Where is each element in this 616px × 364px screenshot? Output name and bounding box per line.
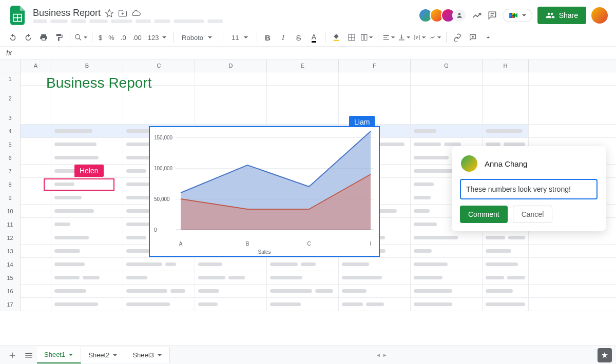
cell[interactable] [483,72,529,85]
cell[interactable] [195,72,267,85]
cell[interactable] [51,151,123,164]
column-header[interactable]: A [21,59,51,72]
decrease-decimal-button[interactable]: .0 [119,34,128,42]
fill-color-button[interactable] [330,31,343,44]
cell[interactable] [339,271,411,284]
cell[interactable] [411,125,483,137]
sheet-tab[interactable]: Sheet2 [81,347,125,363]
cell[interactable] [267,285,339,297]
number-format-button[interactable]: 123 [146,34,169,42]
cell[interactable] [483,258,529,271]
comment-input[interactable] [460,179,598,199]
cell[interactable] [51,218,123,231]
cell[interactable] [267,111,339,124]
cell[interactable] [411,258,483,271]
insert-link-button[interactable] [451,31,464,44]
column-header[interactable]: B [51,59,123,72]
collapse-toolbar-button[interactable] [482,31,495,44]
share-button[interactable]: Share [537,7,586,24]
strikethrough-button[interactable]: S [292,31,305,44]
font-select[interactable]: Roboto [178,34,219,42]
cell[interactable] [267,271,339,284]
row-header[interactable]: 11 [0,218,21,231]
cell[interactable] [51,138,123,151]
row-header[interactable]: 10 [0,205,21,218]
explore-button[interactable] [598,348,612,362]
font-size-select[interactable]: 11 [227,34,252,42]
row-header[interactable]: 9 [0,191,21,205]
embedded-chart[interactable]: 150,000 100,000 50,000 0 A B C I Sales [149,126,380,257]
cell[interactable] [411,245,483,257]
undo-button[interactable] [6,31,20,44]
move-folder-icon[interactable] [118,9,127,18]
meet-button[interactable] [503,9,532,22]
cell[interactable] [21,245,51,257]
text-wrap-button[interactable] [413,31,427,44]
cell[interactable] [483,245,529,257]
row-header[interactable]: 12 [0,231,21,245]
cell[interactable] [21,205,51,217]
horizontal-align-button[interactable] [382,31,396,44]
row-header[interactable]: 3 [0,111,21,125]
column-header[interactable]: G [411,59,483,72]
cell[interactable] [483,111,529,124]
cell[interactable] [21,218,51,231]
row-header[interactable]: 1 [0,72,21,86]
cell[interactable] [411,271,483,284]
text-color-button[interactable]: A [307,31,321,44]
row-header[interactable]: 2 [0,86,21,111]
cell[interactable] [51,111,123,124]
anonymous-avatar[interactable] [452,8,467,23]
column-header[interactable]: H [483,59,529,72]
cell[interactable] [123,258,195,271]
insert-comment-button[interactable] [466,31,479,44]
cell[interactable] [21,285,51,297]
vertical-align-button[interactable] [398,31,411,44]
profile-avatar[interactable] [591,7,608,24]
cloud-saved-icon[interactable] [131,9,141,18]
menu-bar[interactable] [33,19,415,23]
row-header[interactable]: 16 [0,285,21,298]
cell[interactable] [51,258,123,271]
cell[interactable] [411,86,483,111]
cell[interactable] [483,298,529,311]
redo-button[interactable] [22,31,35,44]
cell[interactable] [21,125,51,137]
print-button[interactable] [37,31,50,44]
cell[interactable] [195,258,267,271]
cell[interactable] [195,111,267,124]
row-header[interactable]: 17 [0,298,21,311]
cell[interactable] [21,165,51,177]
bold-button[interactable]: B [261,31,275,44]
cell[interactable] [21,231,51,244]
formula-bar[interactable]: fx [0,47,616,59]
cell[interactable] [483,125,529,137]
cell[interactable] [51,245,123,257]
cell[interactable] [51,205,123,217]
cell[interactable] [195,285,267,297]
cell[interactable] [411,285,483,297]
cell[interactable] [267,86,339,111]
document-title[interactable]: Business Report [33,8,101,18]
cell[interactable] [123,111,195,124]
cell[interactable] [51,231,123,244]
cell[interactable] [51,271,123,284]
activity-icon[interactable] [472,10,482,21]
cell[interactable] [411,111,483,124]
cell[interactable] [411,231,483,244]
borders-button[interactable] [345,31,358,44]
cell[interactable] [195,298,267,311]
cell[interactable] [123,298,195,311]
star-icon[interactable] [105,9,114,18]
cell[interactable] [51,191,123,204]
italic-button[interactable]: I [277,31,290,44]
cell[interactable] [339,285,411,297]
cell[interactable] [21,151,51,164]
column-header[interactable]: F [339,59,411,72]
comment-cancel-button[interactable]: Cancel [513,206,553,223]
cell[interactable] [21,138,51,151]
collaborator-avatars[interactable] [421,8,467,23]
sheet-tab[interactable]: Sheet1 [37,347,81,363]
zoom-button[interactable] [74,31,88,44]
row-header[interactable]: 8 [0,178,21,191]
